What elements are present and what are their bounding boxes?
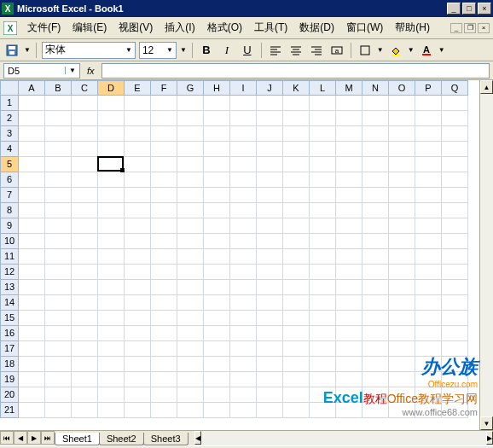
cell[interactable]	[72, 157, 98, 172]
cell[interactable]	[415, 295, 442, 311]
row-header[interactable]: 11	[0, 249, 19, 265]
column-header[interactable]: C	[72, 80, 98, 96]
row-header[interactable]: 6	[0, 172, 19, 188]
cell[interactable]	[415, 126, 442, 142]
cell[interactable]	[98, 126, 125, 142]
tab-nav-next[interactable]: ▶	[27, 431, 41, 445]
cell[interactable]	[98, 372, 125, 387]
cell[interactable]	[415, 249, 442, 265]
cell[interactable]	[72, 96, 98, 111]
font-color-button[interactable]: A	[418, 42, 435, 59]
cell[interactable]	[362, 295, 389, 311]
cell[interactable]	[362, 372, 389, 387]
cell[interactable]	[72, 311, 98, 326]
cell[interactable]	[230, 126, 257, 142]
cell[interactable]	[151, 218, 177, 234]
row-header[interactable]: 14	[0, 295, 19, 311]
cell[interactable]	[72, 265, 98, 280]
cell[interactable]	[442, 142, 468, 157]
cell[interactable]	[125, 126, 151, 142]
fx-label[interactable]: fx	[84, 66, 98, 76]
cell[interactable]	[177, 280, 204, 295]
cell[interactable]	[336, 295, 362, 311]
cell[interactable]	[283, 326, 310, 341]
cell[interactable]	[336, 280, 362, 295]
cell[interactable]	[151, 387, 177, 403]
cell[interactable]	[98, 341, 125, 357]
cell[interactable]	[257, 295, 283, 311]
cell[interactable]	[230, 341, 257, 357]
cell[interactable]	[45, 157, 72, 172]
cell[interactable]	[362, 172, 389, 188]
italic-button[interactable]: I	[218, 42, 235, 59]
cell[interactable]	[283, 142, 310, 157]
cell[interactable]	[19, 387, 45, 403]
cell[interactable]	[283, 265, 310, 280]
cell[interactable]	[151, 203, 177, 218]
cell[interactable]	[19, 311, 45, 326]
column-header[interactable]: G	[177, 80, 204, 96]
cell[interactable]	[72, 403, 98, 418]
cell[interactable]	[45, 126, 72, 142]
cells-area[interactable]	[19, 96, 479, 430]
cell[interactable]	[19, 234, 45, 249]
cell[interactable]	[415, 280, 442, 295]
cell[interactable]	[204, 326, 230, 341]
column-header[interactable]: M	[336, 80, 362, 96]
cell[interactable]	[151, 265, 177, 280]
sheet-tab-2[interactable]: Sheet2	[99, 433, 144, 445]
underline-button[interactable]: U	[239, 42, 256, 59]
cell[interactable]	[151, 341, 177, 357]
cell[interactable]	[257, 218, 283, 234]
cell[interactable]	[45, 203, 72, 218]
tab-nav-first[interactable]: ⏮	[0, 431, 14, 445]
cell[interactable]	[336, 357, 362, 372]
cell[interactable]	[389, 341, 415, 357]
cell[interactable]	[204, 265, 230, 280]
cell[interactable]	[98, 387, 125, 403]
cell[interactable]	[442, 372, 468, 387]
cell[interactable]	[177, 157, 204, 172]
cell[interactable]	[98, 265, 125, 280]
cell[interactable]	[204, 249, 230, 265]
cell[interactable]	[310, 295, 336, 311]
cell[interactable]	[310, 403, 336, 418]
menu-edit[interactable]: 编辑(E)	[67, 19, 112, 37]
cell[interactable]	[72, 111, 98, 126]
cell[interactable]	[310, 172, 336, 188]
cell[interactable]	[45, 341, 72, 357]
cell[interactable]	[45, 111, 72, 126]
cell[interactable]	[336, 172, 362, 188]
cell[interactable]	[72, 280, 98, 295]
cell[interactable]	[336, 326, 362, 341]
cell[interactable]	[177, 403, 204, 418]
cell[interactable]	[125, 403, 151, 418]
cell[interactable]	[442, 326, 468, 341]
cell[interactable]	[177, 188, 204, 203]
cell[interactable]	[125, 249, 151, 265]
cell[interactable]	[257, 403, 283, 418]
vertical-scrollbar[interactable]: ▲ ▼	[479, 80, 493, 430]
cell[interactable]	[204, 188, 230, 203]
cell[interactable]	[257, 372, 283, 387]
cell[interactable]	[204, 172, 230, 188]
cell[interactable]	[98, 188, 125, 203]
row-header[interactable]: 2	[0, 111, 19, 126]
cell[interactable]	[442, 126, 468, 142]
cell[interactable]	[336, 341, 362, 357]
minimize-button[interactable]: _	[447, 3, 461, 15]
cell[interactable]	[19, 157, 45, 172]
cell[interactable]	[230, 403, 257, 418]
cell[interactable]	[177, 218, 204, 234]
merge-center-button[interactable]: a	[328, 42, 345, 59]
cell[interactable]	[389, 142, 415, 157]
cell[interactable]	[230, 172, 257, 188]
name-box[interactable]: D5 ▼	[3, 63, 80, 79]
cell[interactable]	[230, 326, 257, 341]
cell[interactable]	[257, 172, 283, 188]
dropdown-arrow-icon[interactable]: ▼	[408, 46, 415, 54]
cell[interactable]	[19, 203, 45, 218]
column-header[interactable]: E	[125, 80, 151, 96]
cell[interactable]	[204, 218, 230, 234]
cell[interactable]	[19, 249, 45, 265]
